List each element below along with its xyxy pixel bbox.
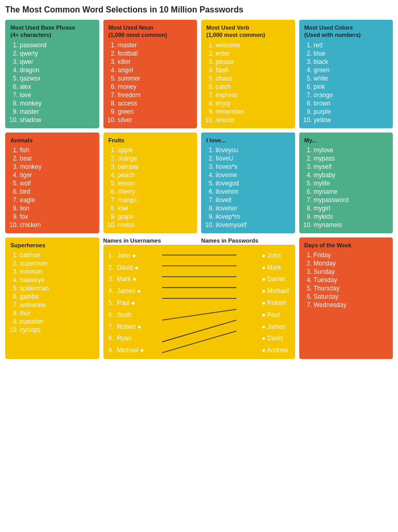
list-item: football [118,49,192,58]
card-base-phrase-list: password qwerty qwer dragon qazwsx alex … [10,41,94,124]
list-item: ilovegod [216,179,290,188]
list-item: myname [314,188,388,196]
list-item: spiderman [20,284,94,292]
list-item: ● Andrew [262,344,290,356]
list-item: angel [118,66,192,74]
list-item: love [20,91,94,99]
list-item: enter [216,49,290,58]
svg-line-7 [162,331,236,353]
names-usernames-list: 1. John ● 2. David ● 3. Mark ● 4. James … [109,250,144,354]
list-item: silver [118,116,192,124]
svg-line-5 [162,309,236,320]
names-card: 1. John ● 2. David ● 3. Mark ● 4. James … [103,245,295,359]
list-item: qwer [20,58,94,66]
list-item: access [118,99,192,108]
list-item: ● Paul [262,309,290,321]
list-item: ilovemyself [216,221,290,229]
names-passwords-list: ● John ● Mark ● Daniel ● Michael ● Rober… [262,250,290,354]
list-item: kiwi [118,204,192,212]
list-item: master [20,108,94,116]
list-item: iloveme [216,171,290,179]
list-item: iloveyou [216,146,290,154]
list-item: catch [216,83,290,91]
list-item: Iloves*x [216,163,290,171]
list-item: 10. Daniel ● [109,356,144,368]
list-item: 2. David ● [109,262,144,274]
list-item: orange [118,154,192,163]
list-item: chase [216,74,290,83]
list-item: mygirl [314,204,388,212]
list-item: shadow [20,116,94,124]
names-titles: Names in Usernames Names in Passwords [103,237,295,244]
list-item: batman [20,251,94,259]
list-item: Monday [314,259,388,268]
list-item: ilovehim [216,188,290,196]
list-item: gambit [20,292,94,301]
card-superheroes: Superheroes batman superman ironman hawk… [5,237,99,359]
card-days: Days of the Week Friday Monday Sunday Tu… [299,237,393,359]
list-item: bird [20,188,94,196]
card-fruits: Fruits apple orange banana peach lemon c… [103,132,197,233]
list-item: eagle [20,196,94,204]
list-item: 5. Paul ● [109,297,144,309]
card-ilove-title: I love... [206,137,290,144]
list-item: cyclops [20,326,94,334]
card-superheroes-title: Superheroes [10,242,94,249]
card-my-title: My... [304,137,388,144]
list-item: mypassword [314,196,388,204]
list-item: mykids [314,212,388,221]
list-item: hawkeye [20,276,94,284]
list-item: qwerty [20,49,94,58]
list-item: Sunday [314,268,388,276]
card-verb-list: welcome enter please flash chase catch e… [206,41,290,124]
card-noun-list: master football killer angel summer mone… [109,41,192,124]
card-ilove: I love... iloveyou IloveU Iloves*x ilove… [201,132,295,233]
list-item: pink [314,83,388,91]
list-item: green [118,108,192,116]
list-item: mynameis [314,221,388,229]
list-item: express [216,91,290,99]
list-item: ● Daniel [262,273,290,285]
list-item: ● Robert [262,297,290,309]
list-item: cherry [118,188,192,196]
list-item: welcome [216,41,290,49]
list-item: ● Michael [262,285,290,297]
list-item: 8. Ryan [109,332,144,344]
list-item: chicken [20,221,94,229]
list-item: red [314,41,388,49]
list-item: iloveit [216,196,290,204]
card-animals-title: Animals [10,137,94,144]
card-days-title: Days of the Week [304,242,388,249]
list-item: 4. James ● [109,285,144,297]
list-item: iloveher [216,204,290,212]
list-item: ● James [262,321,290,333]
card-verb: Most Used Verb(1,000 most common) welcom… [201,20,295,128]
list-item: remember [216,108,290,116]
list-item: peach [118,171,192,179]
list-item: mypass [314,154,388,163]
list-item: killer [118,58,192,66]
list-item: mylife [314,179,388,188]
list-item: monkey [20,163,94,171]
page-title: The Most Common Word Selections in 10 Mi… [5,5,393,15]
main-grid: Most Used Base Phrase(4+ characters) pas… [5,20,393,359]
list-item: black [314,58,388,66]
list-item: lion [20,204,94,212]
list-item: punisher [20,317,94,326]
list-item: 3. Mark ● [109,273,144,285]
list-item: mybaby [314,171,388,179]
list-item: qazwsx [20,74,94,83]
list-item: flash [216,66,290,74]
list-item: lemon [118,179,192,188]
list-item: white [314,74,388,83]
list-item: Saturday [314,292,388,301]
list-item: wolverine [20,301,94,309]
list-item: freedom [118,91,192,99]
list-item: green [314,66,388,74]
list-item: Friday [314,251,388,259]
list-item: blue [314,49,388,58]
list-item: apple [118,146,192,154]
card-base-phrase-title: Most Used Base Phrase(4+ characters) [10,24,94,39]
card-my: My... mylove mypass myself mybaby mylife… [299,132,393,233]
list-item: ilovep*rn [216,212,290,221]
